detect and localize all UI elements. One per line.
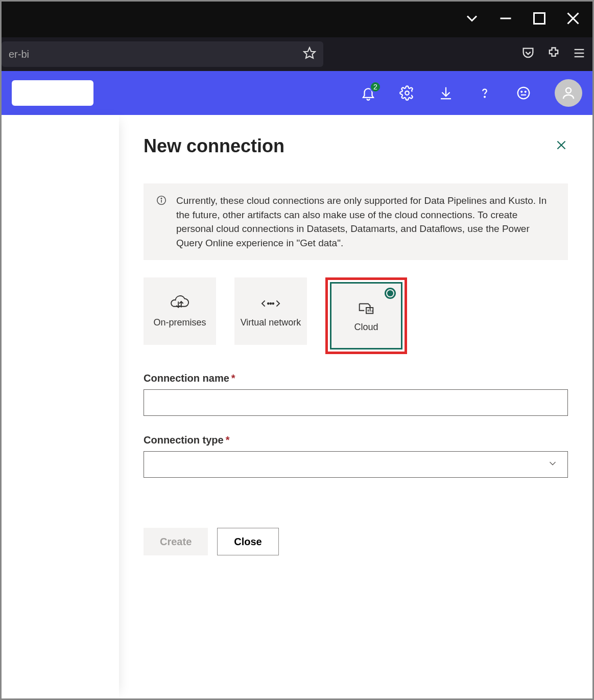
required-marker: * (231, 372, 235, 384)
svg-point-14 (525, 91, 526, 92)
tile-on-premises[interactable]: On-premises (144, 277, 216, 345)
pocket-icon[interactable] (521, 46, 535, 62)
side-backdrop (2, 115, 119, 698)
download-button[interactable] (438, 85, 454, 101)
chevron-down-icon (547, 458, 558, 471)
svg-point-8 (405, 91, 409, 95)
browser-toolbar: er-bi (2, 37, 592, 71)
connection-name-label: Connection name* (144, 372, 568, 384)
highlight-box: Cloud (325, 277, 407, 354)
connection-name-input[interactable] (144, 389, 568, 416)
address-bar[interactable]: er-bi (2, 41, 323, 67)
tile-label: Cloud (354, 322, 378, 333)
info-text: Currently, these cloud connections are o… (176, 194, 556, 250)
close-panel-button[interactable] (555, 138, 568, 154)
create-button: Create (144, 528, 208, 555)
star-icon[interactable] (303, 46, 316, 62)
svg-point-13 (521, 91, 522, 92)
svg-point-25 (270, 302, 272, 304)
svg-marker-4 (304, 48, 315, 58)
svg-point-11 (484, 97, 485, 98)
feedback-button[interactable] (516, 85, 531, 101)
info-icon (156, 195, 167, 250)
browser-titlebar (2, 2, 592, 37)
extensions-icon[interactable] (547, 46, 561, 62)
settings-button[interactable] (399, 85, 415, 101)
menu-icon[interactable] (572, 46, 586, 62)
tile-cloud[interactable]: Cloud (330, 282, 402, 349)
connection-type-dropdown[interactable] (144, 451, 568, 478)
connection-mode-tiles: On-premises Virtual network Cloud (144, 277, 568, 354)
minimize-icon[interactable] (496, 9, 515, 30)
search-input[interactable] (12, 80, 93, 106)
connection-type-label: Connection type* (144, 434, 568, 446)
url-fragment: er-bi (9, 49, 29, 60)
help-button[interactable] (477, 85, 492, 101)
selected-indicator-icon (385, 288, 396, 299)
avatar[interactable] (555, 79, 582, 107)
notification-badge: 2 (370, 81, 381, 92)
svg-point-24 (268, 302, 269, 304)
required-marker: * (226, 434, 230, 446)
svg-point-12 (518, 87, 530, 99)
maximize-icon[interactable] (530, 9, 549, 30)
svg-point-26 (272, 302, 274, 304)
tile-label: Virtual network (241, 317, 301, 328)
tile-label: On-premises (153, 317, 206, 328)
info-banner: Currently, these cloud connections are o… (144, 183, 568, 260)
svg-rect-1 (534, 13, 545, 24)
svg-point-16 (566, 88, 571, 93)
close-button[interactable]: Close (217, 528, 278, 555)
app-header: 2 (2, 71, 592, 115)
new-connection-panel: New connection Currently, these cloud co… (119, 115, 592, 698)
tile-virtual-network[interactable]: Virtual network (234, 277, 307, 345)
close-window-icon[interactable] (564, 9, 582, 30)
chevron-down-icon[interactable] (463, 9, 481, 30)
notifications-button[interactable]: 2 (361, 85, 376, 101)
panel-title: New connection (144, 135, 284, 157)
svg-point-20 (161, 198, 161, 199)
